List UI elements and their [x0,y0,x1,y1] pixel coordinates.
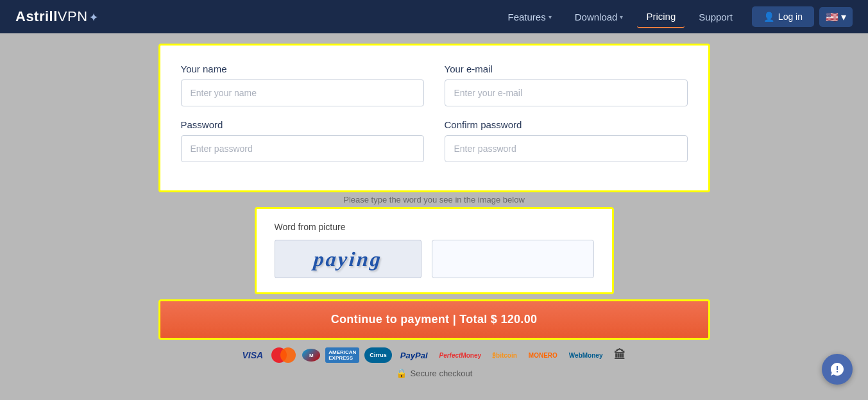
cirrus-icon: Cirrus [364,347,392,363]
logo-astrill: Astrill [15,8,58,24]
nav-download-chevron-icon: ▾ [620,13,623,21]
amex-icon: AMERICANEXPRESS [325,347,359,363]
confirm-input[interactable] [445,135,688,162]
nav-download-label: Download [575,12,618,22]
maestro-icon: M [302,349,320,362]
password-group: Password [181,119,424,162]
name-group: Your name [181,63,424,106]
nav-features[interactable]: Features ▾ [499,6,561,28]
nav-support-label: Support [699,12,733,22]
captcha-label: Word from picture [275,222,594,232]
login-button[interactable]: 👤 Log in [752,6,814,27]
name-label: Your name [181,63,424,74]
user-icon: 👤 [763,12,774,22]
password-label: Password [181,119,424,130]
flag-icon: 🇺🇸 [826,11,838,23]
chat-icon [830,362,845,377]
captcha-image: paying [275,240,421,278]
password-input[interactable] [181,135,424,162]
email-input[interactable] [445,79,688,106]
captcha-note: Please type the word you see in the imag… [255,195,614,204]
nav-links: Features ▾ Download ▾ Pricing Support [499,6,742,28]
nav-download[interactable]: Download ▾ [566,6,633,28]
email-label: Your e-mail [445,63,688,74]
nav-pricing[interactable]: Pricing [637,6,685,28]
secure-label: Secure checkout [411,369,473,378]
login-label: Log in [778,12,803,22]
secure-checkout: 🔒 Secure checkout [396,368,473,378]
captcha-row: paying [275,240,594,278]
payment-icons: VISA M AMERICANEXPRESS Cirrus PayPal Per… [239,347,629,363]
form-row-1: Your name Your e-mail [181,63,688,106]
logo[interactable]: AstrillVPN✦ [15,8,98,25]
bank-icon: 🏛 [611,347,629,363]
captcha-input[interactable] [432,240,594,278]
nav-features-label: Features [508,12,546,22]
main-content: Your name Your e-mail Password Confirm p… [0,33,868,400]
name-input[interactable] [181,79,424,106]
webmoney-icon: WebMoney [566,347,606,363]
continue-button-wrapper: Continue to payment | Total $ 120.00 [158,299,710,340]
continue-label: Continue to payment | Total $ 120.00 [331,313,538,326]
logo-text: AstrillVPN✦ [15,8,98,25]
confirm-label: Confirm password [445,119,688,130]
language-selector[interactable]: 🇺🇸 ▾ [819,7,853,27]
nav-pricing-label: Pricing [646,11,676,22]
logo-vpn: VPN [58,8,88,24]
visa-icon: VISA [239,347,267,363]
paypal-icon: PayPal [397,347,431,363]
captcha-card: Word from picture paying [255,207,614,294]
navbar-actions: 👤 Log in 🇺🇸 ▾ [752,6,853,27]
registration-form-card: Your name Your e-mail Password Confirm p… [158,44,710,192]
mastercard-icon [271,347,297,363]
continue-button[interactable]: Continue to payment | Total $ 120.00 [160,301,708,338]
lock-icon: 🔒 [396,368,407,378]
captcha-word: paying [312,247,383,271]
email-group: Your e-mail [445,63,688,106]
nav-support[interactable]: Support [690,6,742,28]
perfectmoney-icon: PerfectMoney [436,347,485,363]
form-row-2: Password Confirm password [181,119,688,162]
logo-star-icon: ✦ [89,12,98,23]
live-chat-button[interactable] [822,354,853,385]
navbar: AstrillVPN✦ Features ▾ Download ▾ Pricin… [0,0,868,33]
confirm-group: Confirm password [445,119,688,162]
nav-features-chevron-icon: ▾ [549,13,552,21]
monero-icon: MONERO [525,347,561,363]
flag-chevron-icon: ▾ [841,11,846,23]
bitcoin-icon: ₿bitcoin [489,347,520,363]
